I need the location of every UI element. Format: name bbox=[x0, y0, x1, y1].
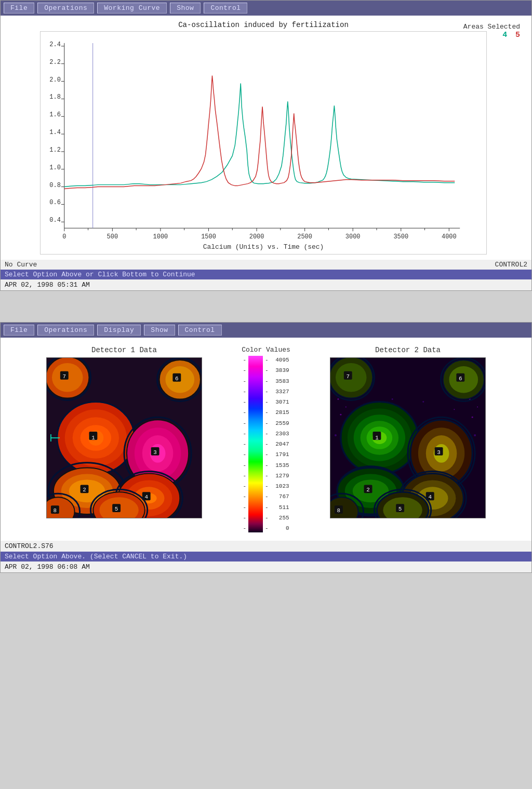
menu-file-2[interactable]: File bbox=[4, 325, 34, 336]
areas-selected: Areas Selected 4 5 bbox=[463, 23, 520, 39]
svg-point-126 bbox=[392, 398, 393, 400]
colorbar-title: Color Values bbox=[242, 346, 290, 354]
svg-text:0.4: 0.4 bbox=[49, 217, 61, 224]
menu-operations-1[interactable]: Operations bbox=[37, 3, 94, 14]
menu-working-curve[interactable]: Working Curve bbox=[97, 3, 167, 14]
chart-title-1: Ca-oscillation induced by fertilization bbox=[6, 21, 521, 29]
status-message-2: Select Option Above. (Select CANCEL to E… bbox=[5, 553, 187, 560]
menu-show-1[interactable]: Show bbox=[170, 3, 201, 14]
svg-text:1.4: 1.4 bbox=[49, 129, 61, 136]
svg-text:0.6: 0.6 bbox=[49, 199, 61, 206]
svg-text:1: 1 bbox=[91, 435, 95, 441]
control-label-1: CONTROL2 bbox=[495, 261, 527, 269]
svg-text:3500: 3500 bbox=[393, 233, 408, 240]
svg-text:1000: 1000 bbox=[153, 233, 168, 240]
filename-row: CONTROL2.S76 bbox=[1, 541, 531, 552]
cb-val-0: 4095 bbox=[271, 357, 289, 363]
svg-point-115 bbox=[472, 417, 473, 418]
svg-point-123 bbox=[474, 434, 476, 436]
menu-bar-2: File Operations Display Show Control bbox=[1, 323, 531, 338]
timestamp-1: APR 02, 1998 05:31 AM bbox=[1, 279, 531, 290]
areas-selected-label: Areas Selected bbox=[463, 23, 520, 31]
cb-val-9: 1791 bbox=[271, 451, 289, 458]
svg-text:5: 5 bbox=[115, 506, 118, 512]
cb-val-6: 2559 bbox=[271, 420, 289, 426]
svg-text:1: 1 bbox=[375, 435, 379, 441]
panel2: File Operations Display Show Control Det… bbox=[0, 322, 532, 573]
svg-text:7: 7 bbox=[346, 373, 350, 380]
colorbar-gradient bbox=[248, 356, 263, 532]
menu-display[interactable]: Display bbox=[97, 325, 141, 336]
svg-text:1.2: 1.2 bbox=[49, 146, 61, 154]
svg-text:2.0: 2.0 bbox=[49, 76, 61, 84]
menu-file-1[interactable]: File bbox=[4, 3, 34, 14]
svg-point-109 bbox=[340, 414, 341, 416]
svg-text:2500: 2500 bbox=[297, 233, 312, 240]
svg-text:0: 0 bbox=[62, 233, 66, 240]
svg-rect-103 bbox=[248, 356, 263, 532]
timestamp-2: APR 02, 1998 06:08 AM bbox=[1, 561, 531, 572]
svg-text:4: 4 bbox=[428, 494, 432, 500]
svg-text:Calcium (Units) vs. Time (sec): Calcium (Units) vs. Time (sec) bbox=[203, 243, 324, 251]
detector2-image: 1 2 3 bbox=[330, 357, 486, 518]
detector2-section: Detector 2 Data bbox=[295, 346, 521, 518]
svg-text:5: 5 bbox=[398, 506, 402, 512]
svg-text:2000: 2000 bbox=[249, 233, 264, 240]
cb-val-1: 3839 bbox=[271, 367, 289, 373]
cb-val-12: 1023 bbox=[271, 483, 289, 489]
svg-text:2: 2 bbox=[366, 487, 370, 493]
detector1-title: Detector 1 Data bbox=[91, 346, 157, 354]
svg-text:2.2: 2.2 bbox=[49, 59, 61, 66]
svg-text:6: 6 bbox=[175, 376, 179, 382]
menu-bar-1: File Operations Working Curve Show Contr… bbox=[1, 1, 531, 16]
svg-point-127 bbox=[422, 401, 424, 403]
svg-text:6: 6 bbox=[459, 376, 462, 382]
no-curve-label: No Curve bbox=[5, 261, 37, 269]
detector1-section: Detector 1 Data 1 bbox=[11, 346, 237, 518]
svg-point-105 bbox=[337, 398, 339, 400]
menu-operations-2[interactable]: Operations bbox=[37, 325, 94, 336]
svg-text:8: 8 bbox=[337, 507, 341, 514]
svg-text:4000: 4000 bbox=[442, 233, 457, 240]
area-num-red: 5 bbox=[515, 31, 520, 39]
svg-text:3: 3 bbox=[153, 449, 157, 456]
chart-svg-1: 2.4 2.2 2.0 1.8 1.6 1.4 1.2 1.0 0.8 0.6 … bbox=[40, 31, 487, 255]
menu-show-2[interactable]: Show bbox=[144, 325, 175, 336]
svg-text:2.4: 2.4 bbox=[49, 41, 61, 48]
svg-point-112 bbox=[477, 406, 478, 407]
chart-area-1: Ca-oscillation induced by fertilization … bbox=[1, 16, 531, 260]
svg-text:1.6: 1.6 bbox=[49, 111, 61, 118]
status-bar-1: Select Option Above or Click Bottom to C… bbox=[1, 270, 531, 279]
svg-text:500: 500 bbox=[107, 233, 118, 240]
cb-val-13: 767 bbox=[271, 493, 289, 500]
cb-val-11: 1279 bbox=[271, 473, 289, 479]
svg-text:8: 8 bbox=[54, 507, 57, 514]
svg-text:4: 4 bbox=[144, 494, 148, 500]
menu-control-1[interactable]: Control bbox=[204, 3, 247, 14]
svg-text:2: 2 bbox=[83, 487, 86, 493]
cb-val-16: 0 bbox=[271, 525, 289, 531]
svg-text:3: 3 bbox=[437, 449, 441, 456]
svg-point-106 bbox=[345, 406, 347, 407]
cb-val-14: 511 bbox=[271, 504, 289, 511]
cb-val-10: 1535 bbox=[271, 462, 289, 469]
menu-control-2[interactable]: Control bbox=[178, 325, 222, 336]
area-num-green: 4 bbox=[502, 31, 507, 39]
cb-val-3: 3327 bbox=[271, 389, 289, 395]
svg-text:1.8: 1.8 bbox=[49, 93, 61, 101]
svg-point-120 bbox=[335, 434, 337, 436]
cb-val-8: 2047 bbox=[271, 441, 289, 447]
cb-val-4: 3071 bbox=[271, 399, 289, 405]
status-message-1: Select Option Above or Click Bottom to C… bbox=[5, 271, 195, 278]
cb-val-15: 255 bbox=[271, 515, 289, 521]
svg-text:3000: 3000 bbox=[345, 233, 361, 240]
cb-val-5: 2815 bbox=[271, 409, 289, 416]
status-bar-2: Select Option Above. (Select CANCEL to E… bbox=[1, 552, 531, 561]
colorbar-section: Color Values - - - - - - - - - - - - - bbox=[237, 346, 295, 532]
svg-text:1.0: 1.0 bbox=[49, 164, 61, 171]
detector2-title: Detector 2 Data bbox=[375, 346, 441, 354]
svg-text:0.8: 0.8 bbox=[49, 182, 61, 189]
svg-text:1500: 1500 bbox=[201, 233, 216, 240]
detector1-image: 1 2 3 bbox=[46, 357, 202, 518]
cb-val-7: 2303 bbox=[271, 431, 289, 437]
